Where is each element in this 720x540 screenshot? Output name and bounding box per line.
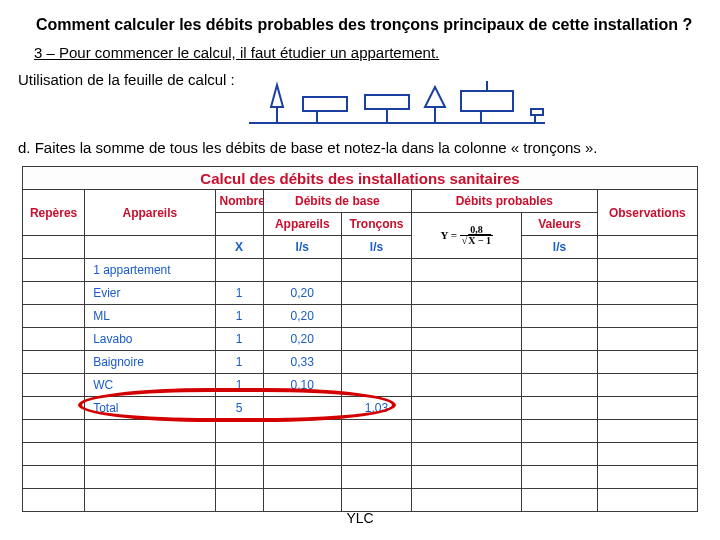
unit-ls-app: l/s xyxy=(263,236,341,259)
cell-obs xyxy=(597,259,697,282)
cell-obs xyxy=(597,328,697,351)
cell-obs xyxy=(597,397,697,420)
cell-rep xyxy=(23,489,85,512)
cell-x: 1 xyxy=(215,328,263,351)
cell-dapp: 0,20 xyxy=(263,282,341,305)
cell-app: ML xyxy=(85,305,215,328)
cell-val xyxy=(522,397,597,420)
cell-dtr xyxy=(341,282,411,305)
cell-rep xyxy=(23,374,85,397)
cell-y xyxy=(412,420,522,443)
svg-rect-13 xyxy=(531,109,543,115)
cell-dapp: 0,20 xyxy=(263,328,341,351)
cell-dapp xyxy=(263,466,341,489)
cell-x: 1 xyxy=(215,374,263,397)
cell-val xyxy=(522,420,597,443)
cell-app: Total xyxy=(85,397,215,420)
cell-dtr xyxy=(341,443,411,466)
table-row xyxy=(23,466,698,489)
cell-dapp xyxy=(263,489,341,512)
cell-x xyxy=(215,259,263,282)
cell-obs xyxy=(597,374,697,397)
cell-app: Lavabo xyxy=(85,328,215,351)
cell-obs xyxy=(597,489,697,512)
cell-app xyxy=(85,466,215,489)
unit-ls-tr: l/s xyxy=(341,236,411,259)
cell-app xyxy=(85,420,215,443)
cell-x: 1 xyxy=(215,282,263,305)
cell-rep xyxy=(23,420,85,443)
subline: Utilisation de la feuille de calcul : xyxy=(18,71,235,88)
cell-dapp: 0,20 xyxy=(263,305,341,328)
cell-y xyxy=(412,489,522,512)
cell-y xyxy=(412,305,522,328)
cell-app: Evier xyxy=(85,282,215,305)
cell-dtr xyxy=(341,351,411,374)
svg-rect-6 xyxy=(365,95,409,109)
hdr-nombre: Nombre xyxy=(215,190,263,213)
cell-dapp: 0,10 xyxy=(263,374,341,397)
svg-marker-2 xyxy=(271,85,283,107)
cell-y xyxy=(412,282,522,305)
cell-y xyxy=(412,397,522,420)
cell-x xyxy=(215,489,263,512)
hdr-formula: Y = 0,8 √X − 1 xyxy=(412,213,522,259)
cell-rep xyxy=(23,259,85,282)
cell-x xyxy=(215,420,263,443)
hdr-appareils: Appareils xyxy=(85,190,215,236)
hdr-valeurs: Valeurs xyxy=(522,213,597,236)
cell-y xyxy=(412,351,522,374)
cell-app: WC xyxy=(85,374,215,397)
table-row xyxy=(23,489,698,512)
cell-y xyxy=(412,466,522,489)
hdr-observations: Observations xyxy=(597,190,697,236)
cell-y xyxy=(412,443,522,466)
calc-table-wrap: Calcul des débits des installations sani… xyxy=(22,166,698,512)
calc-table: Calcul des débits des installations sani… xyxy=(22,166,698,512)
cell-x: 1 xyxy=(215,305,263,328)
cell-app xyxy=(85,489,215,512)
cell-val xyxy=(522,351,597,374)
hdr-reperes: Repères xyxy=(23,190,85,236)
cell-dtr xyxy=(341,420,411,443)
cell-app xyxy=(85,443,215,466)
table-caption: Calcul des débits des installations sani… xyxy=(23,167,698,190)
cell-x xyxy=(215,466,263,489)
table-row: Baignoire10,33 xyxy=(23,351,698,374)
table-row: Total51,03 xyxy=(23,397,698,420)
cell-dtr xyxy=(341,259,411,282)
cell-rep xyxy=(23,351,85,374)
cell-obs xyxy=(597,351,697,374)
cell-rep xyxy=(23,282,85,305)
cell-obs xyxy=(597,282,697,305)
cell-val xyxy=(522,305,597,328)
cell-rep xyxy=(23,397,85,420)
hdr-debits-base: Débits de base xyxy=(263,190,411,213)
cell-y xyxy=(412,328,522,351)
cell-app: 1 appartement xyxy=(85,259,215,282)
svg-rect-4 xyxy=(303,97,347,111)
cell-rep xyxy=(23,443,85,466)
cell-y xyxy=(412,259,522,282)
table-row: 1 appartement xyxy=(23,259,698,282)
cell-dapp: 0,33 xyxy=(263,351,341,374)
cell-rep xyxy=(23,328,85,351)
cell-rep xyxy=(23,466,85,489)
cell-y xyxy=(412,374,522,397)
cell-dtr xyxy=(341,466,411,489)
hdr-db-troncons: Tronçons xyxy=(341,213,411,236)
table-row: Lavabo10,20 xyxy=(23,328,698,351)
table-row: ML10,20 xyxy=(23,305,698,328)
svg-rect-10 xyxy=(461,91,513,111)
table-row: Evier10,20 xyxy=(23,282,698,305)
cell-obs xyxy=(597,420,697,443)
page-title: Comment calculer les débits probables de… xyxy=(36,16,702,34)
cell-val xyxy=(522,466,597,489)
cell-x: 1 xyxy=(215,351,263,374)
cell-rep xyxy=(23,305,85,328)
unit-x: X xyxy=(215,236,263,259)
cell-dtr xyxy=(341,328,411,351)
plumbing-schematic xyxy=(247,71,547,135)
cell-x: 5 xyxy=(215,397,263,420)
cell-obs xyxy=(597,466,697,489)
